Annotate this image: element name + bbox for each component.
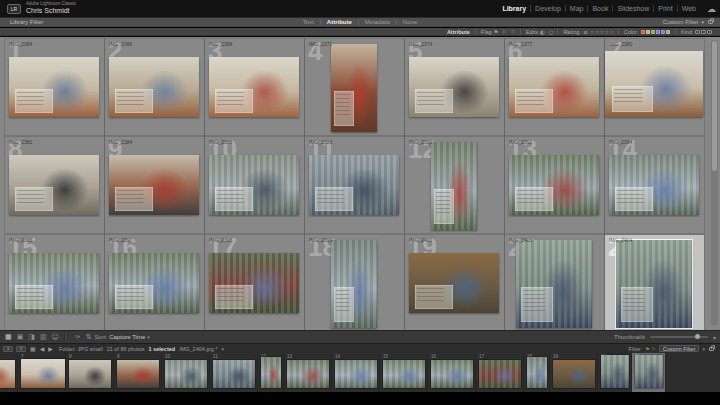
filter-tab-attribute[interactable]: Attribute <box>324 19 355 25</box>
main-window-button[interactable]: 1 <box>3 346 13 352</box>
cell-filename: IMG_2368 <box>209 41 232 47</box>
grid-cell-17[interactable]: 17IMG_2398 <box>205 235 304 330</box>
chevron-down-icon: ▾ <box>702 346 705 352</box>
filmstrip-flag-filter-icons[interactable]: ⚑ ⚐ <box>645 346 656 352</box>
grid-cell-3[interactable]: 3IMG_2368 <box>205 39 304 135</box>
grid-cell-8[interactable]: 8IMG_2382 <box>5 137 104 233</box>
color-label: Color <box>624 29 637 35</box>
sort-direction-icon[interactable]: ⇅ <box>86 333 92 341</box>
edits-filter-icons[interactable]: ◐ ○ <box>540 29 554 35</box>
module-slideshow[interactable]: Slideshow <box>613 5 653 12</box>
filmstrip-thumb-15[interactable]: 15 <box>380 353 428 392</box>
filmstrip-custom-filter-label: Custom Filter <box>663 346 696 352</box>
thumbnail-size-slider[interactable] <box>650 336 708 338</box>
watermark-overlay <box>115 89 153 113</box>
grid-cell-9[interactable]: 9IMG_2384 <box>105 137 204 233</box>
color-chip[interactable] <box>651 30 655 34</box>
module-develop[interactable]: Develop <box>531 5 565 12</box>
filter-tab-none[interactable]: None <box>400 19 420 25</box>
filmstrip-thumb-13[interactable]: 13 <box>284 353 332 392</box>
grid-cell-15[interactable]: 15IMG_2396 <box>5 235 104 330</box>
filmstrip-source-indicator[interactable]: Folder: JPG small 21 of 86 photos 1 sele… <box>59 346 224 352</box>
color-chip[interactable] <box>661 30 665 34</box>
lock-icon[interactable] <box>709 347 714 351</box>
grid-cell-12[interactable]: 12IMG_2390 <box>405 137 504 233</box>
grid-cell-5[interactable]: 5IMG_2374 <box>405 39 504 135</box>
filmstrip-thumb-14[interactable]: 14 <box>332 353 380 392</box>
forward-arrow-icon[interactable]: ▶ <box>48 345 53 352</box>
module-web[interactable]: Web <box>678 5 700 12</box>
filmstrip-thumb-10[interactable]: 10 <box>162 353 210 392</box>
photo-thumbnail <box>605 51 703 117</box>
lock-icon[interactable] <box>708 20 713 24</box>
grid-cell-20[interactable]: 20IMG_2403 <box>505 235 604 330</box>
grid-cell-18[interactable]: 18IMG_2399 <box>305 235 404 330</box>
module-map[interactable]: Map <box>566 5 588 12</box>
module-library[interactable]: Library <box>498 5 530 12</box>
filmstrip-index-number: 16 <box>431 354 436 359</box>
people-view-icon[interactable]: ☺ <box>52 333 59 341</box>
grid-view-icon[interactable]: ▦ <box>5 333 12 341</box>
filmstrip-thumb-6[interactable]: 6 <box>0 353 18 392</box>
filmstrip-thumb-16[interactable]: 16 <box>428 353 476 392</box>
filmstrip-thumb-21[interactable]: 21 <box>632 353 666 392</box>
survey-view-icon[interactable]: ▥ <box>40 333 47 341</box>
grid-cell-13[interactable]: 13IMG_2392 <box>505 137 604 233</box>
grid-cell-1[interactable]: 1IMG_2364 <box>5 39 104 135</box>
grid-cell-7[interactable]: 7IMG_2380 <box>605 39 704 135</box>
compare-view-icon[interactable]: ◨ <box>28 333 35 341</box>
filmstrip-thumb-20[interactable]: 20 <box>598 353 632 392</box>
color-chip[interactable] <box>656 30 660 34</box>
slider-knob[interactable] <box>695 334 700 339</box>
grid-cell-14[interactable]: 14IMG_2394 <box>605 137 704 233</box>
grid-cell-6[interactable]: 6IMG_2377 <box>505 39 604 135</box>
filmstrip-index-number: 13 <box>287 354 292 359</box>
grid-scrollbar[interactable] <box>711 40 718 326</box>
filmstrip-thumb-18[interactable]: 18 <box>524 353 550 392</box>
watermark-overlay <box>415 89 453 113</box>
rating-stars[interactable]: ☆☆☆☆☆ <box>590 29 615 35</box>
chevron-down-icon: ▾ <box>221 346 224 352</box>
filmstrip-thumb-17[interactable]: 17 <box>476 353 524 392</box>
filmstrip-custom-filter-dropdown[interactable]: Custom Filter <box>659 345 700 352</box>
rating-operator[interactable]: ≥ <box>583 29 588 35</box>
filmstrip-thumb-11[interactable]: 11 <box>210 353 258 392</box>
grid-cell-16[interactable]: 16IMG_2397 <box>105 235 204 330</box>
custom-filter-dropdown[interactable]: Custom Filter ▾ <box>663 19 713 25</box>
grid-cell-19[interactable]: 19IMG_2401 <box>405 235 504 330</box>
filmstrip-thumb-9[interactable]: 9 <box>114 353 162 392</box>
grid-scrollbar-thumb[interactable] <box>712 41 717 171</box>
flag-filter-icons[interactable]: ⚑ ⚐ ⚐ <box>494 29 517 35</box>
painter-icon[interactable]: ✑ <box>75 333 81 341</box>
photo-thumbnail <box>109 155 199 215</box>
module-book[interactable]: Book <box>588 5 612 12</box>
grid-cell-4[interactable]: 4IMG_2371 <box>305 39 404 135</box>
grid-cell-10[interactable]: 10IMG_2386 <box>205 137 304 233</box>
second-window-button[interactable]: 2 <box>16 346 26 352</box>
grid-cell-21[interactable]: 21IMG_2404 <box>605 235 704 330</box>
kind-video-icon[interactable] <box>707 30 712 34</box>
kind-master-icon[interactable] <box>695 30 700 34</box>
filmstrip-thumb-19[interactable]: 19 <box>550 353 598 392</box>
color-chip[interactable] <box>646 30 650 34</box>
color-chip[interactable] <box>666 30 670 34</box>
filter-tab-metadata[interactable]: Metadata <box>362 19 393 25</box>
filter-tab-text[interactable]: Text <box>300 19 317 25</box>
photo-thumbnail <box>616 240 692 328</box>
grid-shortcut-icon[interactable]: ▦ <box>30 345 36 352</box>
module-print[interactable]: Print <box>654 5 676 12</box>
sort-value-dropdown[interactable]: Capture Time <box>109 334 145 340</box>
grid-cell-2[interactable]: 2IMG_2366 <box>105 39 204 135</box>
toolbar-chevron-icon[interactable]: ▾ <box>713 334 716 341</box>
filmstrip-thumb-12[interactable]: 12 <box>258 353 284 392</box>
color-chip[interactable] <box>641 30 645 34</box>
grid-cell-11[interactable]: 11IMG_2388 <box>305 137 404 233</box>
filmstrip-thumb-8[interactable]: 8 <box>66 353 114 392</box>
cloud-sync-icon[interactable]: ☁ <box>707 4 716 14</box>
loupe-view-icon[interactable]: ▣ <box>17 333 24 341</box>
cell-filename: IMG_2392 <box>509 139 532 145</box>
filmstrip-photo <box>165 360 207 388</box>
kind-virtual-copy-icon[interactable] <box>701 30 706 34</box>
filmstrip-thumb-7[interactable]: 7 <box>18 353 66 392</box>
back-arrow-icon[interactable]: ◀ <box>40 345 45 352</box>
